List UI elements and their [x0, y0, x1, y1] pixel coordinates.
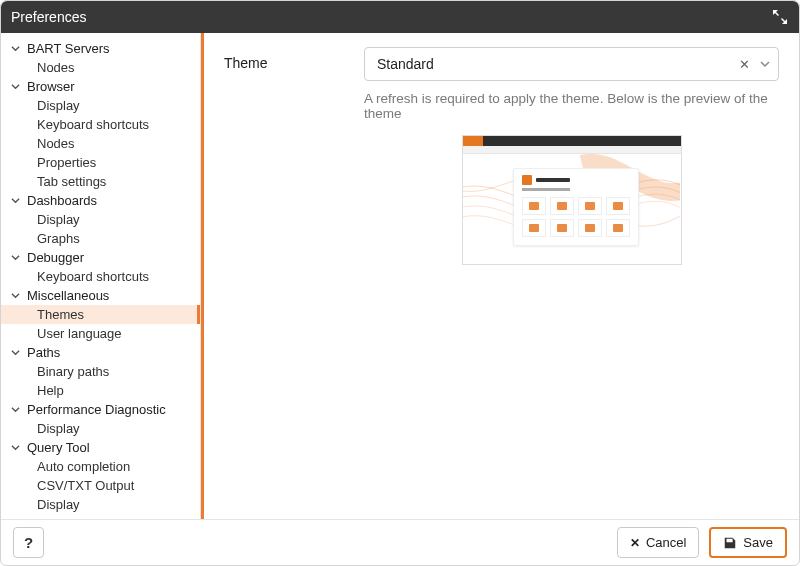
theme-label: Theme: [224, 47, 364, 71]
tree-item-tab-settings[interactable]: Tab settings: [1, 172, 200, 191]
tree-item-nodes[interactable]: Nodes: [1, 134, 200, 153]
maximize-icon[interactable]: [771, 8, 789, 26]
window-title: Preferences: [11, 9, 86, 25]
tree-item-binary-paths[interactable]: Binary paths: [1, 362, 200, 381]
tree-item-keyboard-shortcuts[interactable]: Keyboard shortcuts: [1, 115, 200, 134]
chevron-down-icon: [11, 348, 23, 357]
save-label: Save: [743, 535, 773, 550]
theme-select-value: Standard: [377, 56, 434, 72]
theme-preview: [462, 135, 682, 265]
chevron-down-icon: [11, 405, 23, 414]
tree-item-themes[interactable]: Themes: [1, 305, 200, 324]
sidebar: BART Servers Nodes Browser Display Keybo…: [1, 33, 201, 519]
chevron-down-icon: [11, 196, 23, 205]
dialog-body: BART Servers Nodes Browser Display Keybo…: [1, 33, 799, 519]
tree-item-properties[interactable]: Properties: [1, 153, 200, 172]
tree-item-display[interactable]: Display: [1, 419, 200, 438]
tree-item-keyboard-shortcuts[interactable]: Keyboard shortcuts: [1, 267, 200, 286]
tree-group-label: Performance Diagnostic: [27, 402, 166, 417]
preferences-tree: BART Servers Nodes Browser Display Keybo…: [1, 39, 200, 519]
tree-item-auto-completion[interactable]: Auto completion: [1, 457, 200, 476]
save-button[interactable]: Save: [709, 527, 787, 558]
tree-group-query-tool[interactable]: Query Tool: [1, 438, 200, 457]
help-icon: ?: [24, 534, 33, 551]
chevron-down-icon: [11, 443, 23, 452]
tree-item-user-language[interactable]: User language: [1, 324, 200, 343]
chevron-down-icon: [11, 253, 23, 262]
close-icon: ✕: [630, 536, 640, 550]
tree-item-display[interactable]: Display: [1, 210, 200, 229]
clear-icon[interactable]: ✕: [739, 57, 750, 72]
tree-group-dashboards[interactable]: Dashboards: [1, 191, 200, 210]
tree-item-display[interactable]: Display: [1, 96, 200, 115]
helper-text: A refresh is required to apply the theme…: [364, 91, 779, 121]
tree-group-bart-servers[interactable]: BART Servers: [1, 39, 200, 58]
cancel-button[interactable]: ✕ Cancel: [617, 527, 699, 558]
tree-item-csv-txt-output[interactable]: CSV/TXT Output: [1, 476, 200, 495]
help-button[interactable]: ?: [13, 527, 44, 558]
chevron-down-icon: [11, 44, 23, 53]
tree-group-debugger[interactable]: Debugger: [1, 248, 200, 267]
tree-item-nodes[interactable]: Nodes: [1, 58, 200, 77]
theme-row: Theme Standard ✕ A refresh is required t…: [224, 47, 779, 265]
dropdown-icon[interactable]: [760, 57, 770, 72]
tree-group-paths[interactable]: Paths: [1, 343, 200, 362]
tree-group-label: Query Tool: [27, 440, 90, 455]
tree-group-label: Dashboards: [27, 193, 97, 208]
tree-item-display[interactable]: Display: [1, 495, 200, 514]
dialog-footer: ? ✕ Cancel Save: [1, 519, 799, 565]
content-pane: Theme Standard ✕ A refresh is required t…: [204, 33, 799, 519]
tree-group-label: Browser: [27, 79, 75, 94]
theme-select[interactable]: Standard ✕: [364, 47, 779, 81]
tree-group-label: Debugger: [27, 250, 84, 265]
tree-group-label: Miscellaneous: [27, 288, 109, 303]
tree-group-miscellaneous[interactable]: Miscellaneous: [1, 286, 200, 305]
tree-group-label: Paths: [27, 345, 60, 360]
chevron-down-icon: [11, 82, 23, 91]
tree-group-label: BART Servers: [27, 41, 110, 56]
chevron-down-icon: [11, 291, 23, 300]
titlebar: Preferences: [1, 1, 799, 33]
tree-group-browser[interactable]: Browser: [1, 77, 200, 96]
tree-item-graphs[interactable]: Graphs: [1, 229, 200, 248]
save-icon: [723, 536, 737, 550]
tree-item-editor[interactable]: Editor: [1, 514, 200, 519]
cancel-label: Cancel: [646, 535, 686, 550]
tree-group-performance-diagnostic[interactable]: Performance Diagnostic: [1, 400, 200, 419]
tree-item-help[interactable]: Help: [1, 381, 200, 400]
